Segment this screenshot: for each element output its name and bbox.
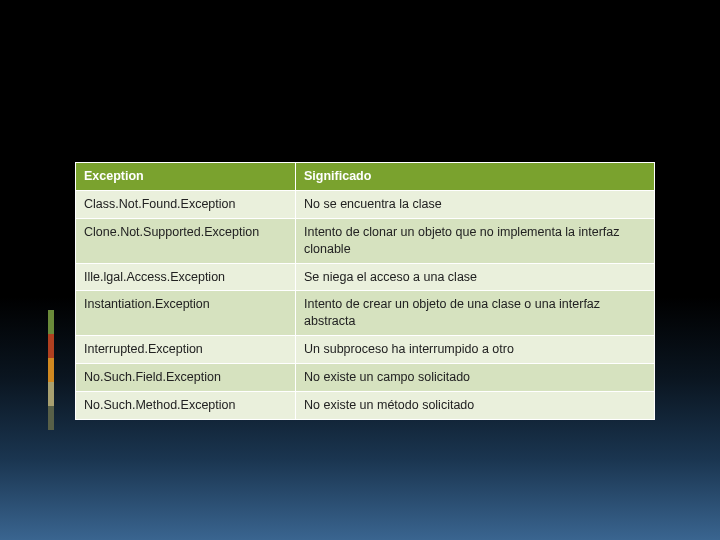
cell-exception: Class.Not.Found.Exception xyxy=(76,190,296,218)
accent-stripe xyxy=(48,406,54,430)
cell-meaning: Intento de crear un objeto de una clase … xyxy=(296,291,655,336)
table-row: Ille.lgal.Access.Exception Se niega el a… xyxy=(76,263,655,291)
cell-meaning: No existe un campo solicitado xyxy=(296,364,655,392)
table-row: Class.Not.Found.Exception No se encuentr… xyxy=(76,190,655,218)
table-row: No.Such.Method.Exception No existe un mé… xyxy=(76,391,655,419)
accent-stripe xyxy=(48,334,54,358)
cell-exception: No.Such.Method.Exception xyxy=(76,391,296,419)
exceptions-table: Exception Significado Class.Not.Found.Ex… xyxy=(75,162,655,420)
cell-exception: No.Such.Field.Exception xyxy=(76,364,296,392)
table-row: Instantiation.Exception Intento de crear… xyxy=(76,291,655,336)
accent-color-bar xyxy=(48,310,54,430)
cell-exception: Ille.lgal.Access.Exception xyxy=(76,263,296,291)
cell-meaning: No se encuentra la clase xyxy=(296,190,655,218)
accent-stripe xyxy=(48,382,54,406)
cell-meaning: Se niega el acceso a una clase xyxy=(296,263,655,291)
accent-stripe xyxy=(48,310,54,334)
cell-exception: Interrupted.Exception xyxy=(76,336,296,364)
table-row: No.Such.Field.Exception No existe un cam… xyxy=(76,364,655,392)
cell-meaning: Un subproceso ha interrumpido a otro xyxy=(296,336,655,364)
cell-meaning: Intento de clonar un objeto que no imple… xyxy=(296,218,655,263)
cell-exception: Clone.Not.Supported.Exception xyxy=(76,218,296,263)
header-meaning: Significado xyxy=(296,163,655,191)
table-header-row: Exception Significado xyxy=(76,163,655,191)
table-row: Interrupted.Exception Un subproceso ha i… xyxy=(76,336,655,364)
cell-meaning: No existe un método solicitado xyxy=(296,391,655,419)
accent-stripe xyxy=(48,358,54,382)
header-exception: Exception xyxy=(76,163,296,191)
cell-exception: Instantiation.Exception xyxy=(76,291,296,336)
table-row: Clone.Not.Supported.Exception Intento de… xyxy=(76,218,655,263)
